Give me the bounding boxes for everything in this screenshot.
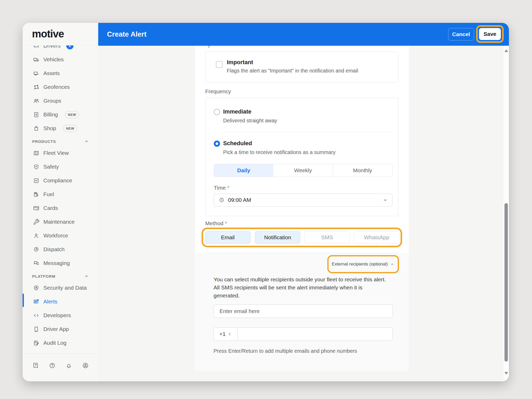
clipped-text-fragment: y [208, 46, 211, 48]
cancel-button[interactable]: Cancel [448, 28, 474, 41]
messaging-icon [33, 260, 39, 267]
sidebar-item-maintenance[interactable]: Maintenance [23, 215, 98, 229]
external-email-input[interactable] [214, 304, 393, 318]
sidebar-footer-divider [23, 354, 98, 354]
sidebar-item-messaging[interactable]: Messaging [23, 256, 98, 270]
vehicles-icon [33, 56, 39, 63]
external-recipients-toggle[interactable]: External recipients (optional) [327, 255, 399, 273]
external-recipients-helper: Press Enter/Return to add multiple email… [214, 348, 357, 354]
workforce-icon [33, 232, 39, 239]
external-phone-input[interactable] [238, 328, 388, 340]
sidebar-item-safety[interactable]: Safety [23, 160, 98, 174]
sidebar-item-dispatch[interactable]: Dispatch [23, 243, 98, 256]
external-recipients-description: You can select multiple recipients outsi… [214, 275, 388, 300]
compliance-icon [33, 177, 39, 184]
scroll-up-arrow[interactable] [504, 49, 508, 52]
tab-daily[interactable]: Daily [214, 164, 273, 177]
important-label: Important [227, 59, 253, 66]
tab-weekly[interactable]: Weekly [273, 164, 332, 177]
scheduled-description: Pick a time to receive notifications as … [223, 149, 335, 155]
help-icon[interactable] [49, 362, 56, 369]
security-shield-icon [33, 285, 39, 291]
scheduled-label: Scheduled [223, 140, 252, 147]
phone-prefix-stepper[interactable]: +1 [214, 328, 238, 341]
sidebar: Drivers 1 Vehicles Assets Geofences Grou… [23, 23, 98, 381]
billing-icon: $ [33, 111, 39, 118]
sidebar-item-workforce[interactable]: Workforce [23, 229, 98, 242]
form-panel: y Important Flags the alert as "Importan… [195, 46, 409, 371]
save-button[interactable]: Save [479, 28, 501, 40]
shop-icon [33, 125, 39, 132]
method-label: Method* [205, 220, 227, 227]
scrollbar-track[interactable] [503, 46, 509, 381]
clock-icon [219, 197, 224, 203]
developers-icon [33, 312, 39, 319]
important-description: Flags the alert as "Important" in the no… [227, 68, 358, 74]
tab-monthly[interactable]: Monthly [333, 164, 392, 177]
sidebar-item-fleet-view[interactable]: Fleet View [23, 146, 98, 160]
sidebar-footer [23, 359, 98, 372]
sidebar-item-driver-app[interactable]: Driver App [23, 322, 98, 336]
sidebar-item-geofences[interactable]: Geofences [23, 80, 98, 94]
method-whatsapp-button[interactable]: WhatsApp [354, 231, 400, 244]
screen: Drivers 1 Vehicles Assets Geofences Grou… [0, 0, 532, 399]
frequency-label: Frequency [205, 88, 231, 95]
immediate-label: Immediate [223, 108, 251, 115]
method-sms-button[interactable]: SMS [304, 231, 350, 244]
page-title: Create Alert [107, 23, 147, 46]
resources-map-icon[interactable] [32, 362, 39, 369]
account-icon[interactable] [82, 362, 89, 369]
sidebar-item-assets[interactable]: Assets [23, 66, 98, 80]
maintenance-icon [33, 219, 39, 225]
sidebar-item-security-and-data[interactable]: Security and Data [23, 281, 98, 295]
sidebar-item-vehicles[interactable]: Vehicles [23, 53, 98, 66]
method-email-button[interactable]: Email [205, 231, 250, 244]
logo-block: motive [23, 23, 98, 45]
shop-new-pill: NEW [63, 125, 77, 132]
immediate-radio[interactable] [214, 109, 220, 115]
time-label: Time* [214, 185, 229, 191]
notifications-bell-icon[interactable] [65, 362, 72, 369]
important-checkbox[interactable] [216, 61, 223, 68]
chevron-up-icon [84, 138, 89, 144]
scrollbar-thumb[interactable] [504, 203, 508, 362]
driver-app-icon [33, 326, 39, 332]
motive-logo[interactable]: motive [32, 28, 64, 40]
immediate-description: Delivered straight away [223, 118, 277, 124]
main-content: y Important Flags the alert as "Importan… [98, 46, 509, 381]
method-notification-button[interactable]: Notification [255, 231, 300, 244]
scroll-down-arrow[interactable] [504, 372, 508, 375]
sidebar-item-cards[interactable]: Cards [23, 201, 98, 215]
sidebar-item-groups[interactable]: Groups [23, 94, 98, 108]
geofences-icon [33, 84, 39, 90]
dispatch-icon [33, 246, 39, 253]
time-value: 09:00 AM [228, 197, 251, 203]
sidebar-item-billing[interactable]: $ Billing NEW [23, 108, 98, 121]
safety-icon [33, 164, 39, 170]
alerts-icon [33, 298, 39, 305]
schedule-tabs: Daily Weekly Monthly [214, 164, 393, 177]
assets-icon [33, 70, 39, 77]
sidebar-item-audit-log[interactable]: Audit Log [23, 336, 98, 350]
method-section-divider [205, 253, 398, 253]
sidebar-item-compliance[interactable]: Compliance [23, 174, 98, 187]
groups-icon [33, 98, 39, 104]
billing-new-pill: NEW [65, 111, 79, 118]
fleet-view-icon [33, 150, 39, 156]
sidebar-item-shop[interactable]: Shop NEW [23, 122, 98, 135]
sidebar-item-alerts[interactable]: Alerts [23, 295, 98, 308]
svg-text:$: $ [36, 113, 37, 116]
important-card: Important Flags the alert as "Important"… [205, 51, 398, 83]
chevron-up-icon [84, 273, 89, 279]
sidebar-item-developers[interactable]: Developers [23, 309, 98, 322]
save-highlight-ring: Save [476, 25, 504, 43]
external-phone-row: +1 [214, 327, 393, 341]
scheduled-radio[interactable] [214, 141, 220, 147]
stepper-updown-icon [228, 331, 232, 337]
chevron-down-icon [382, 197, 388, 203]
time-select[interactable]: 09:00 AM [214, 194, 393, 207]
sidebar-item-fuel[interactable]: Fuel [23, 188, 98, 201]
page-header: Create Alert Cancel Save [98, 23, 509, 46]
frequency-divider [223, 132, 393, 132]
app-window: Drivers 1 Vehicles Assets Geofences Grou… [23, 23, 509, 381]
